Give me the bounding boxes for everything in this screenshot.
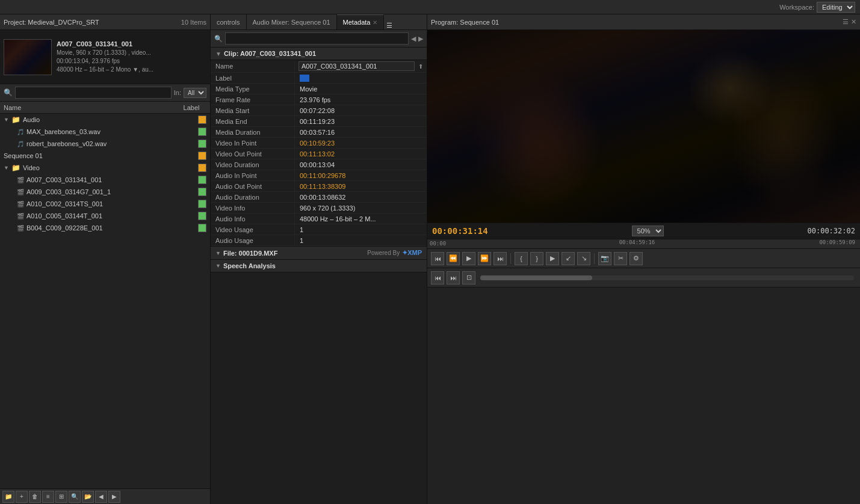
video-preview — [427, 30, 860, 223]
new-item-button[interactable]: + — [16, 491, 28, 503]
tree-label: A009_C003_0314G7_001_1 — [26, 188, 198, 195]
zoom-select[interactable]: 50% — [632, 226, 664, 236]
meta-val-video-in: 00:10:59:23 — [295, 138, 427, 148]
ruler-mid: 00:04:59:16 — [619, 239, 655, 245]
tree-item-audio-folder[interactable]: ▼ 📁 Audio — [0, 114, 210, 126]
meta-row-video-usage: Video Usage 1 — [211, 224, 427, 235]
btn-step-back[interactable]: ⏪ — [447, 252, 460, 265]
file-icon: 🎬 — [17, 201, 24, 207]
btn-to-in[interactable]: ⏮ — [431, 252, 444, 265]
tab-close-icon[interactable]: ✕ — [373, 19, 377, 26]
btn-step-fwd[interactable]: ⏩ — [478, 252, 491, 265]
tree-item-b004[interactable]: 🎬 B004_C009_09228E_001 — [0, 222, 210, 234]
meta-val-media-end: 00:11:19:23 — [295, 117, 427, 126]
meta-row-video-duration: Video Duration 00:00:13:04 — [211, 159, 427, 170]
btn-insert[interactable]: ↙ — [561, 252, 575, 265]
nav-next-icon[interactable]: ▶ — [418, 35, 423, 43]
meta-key-video-in: Video In Point — [211, 138, 295, 148]
search-button[interactable]: 🔍 — [69, 491, 81, 503]
meta-val-audio-out: 00:11:13:38309 — [295, 182, 427, 191]
playback-progress-bar[interactable] — [480, 275, 854, 280]
tree-label: MAX_barebones_03.wav — [26, 128, 198, 135]
delete-button[interactable]: 🗑 — [29, 491, 41, 503]
program-monitor-panel: Program: Sequence 01 ☰ ✕ 00:00:31:14 50%… — [427, 14, 860, 504]
list-view-button[interactable]: ≡ — [42, 491, 54, 503]
clip-section-header[interactable]: ▼ Clip: A007_C003_031341_001 — [211, 48, 427, 60]
meta-key-video-duration: Video Duration — [211, 160, 295, 170]
tab-audio-mixer[interactable]: Audio Mixer: Sequence 01 — [247, 14, 337, 29]
folder-button[interactable]: 📂 — [82, 491, 94, 503]
btn-back-5[interactable]: ⏮ — [431, 271, 444, 284]
metadata-search-input[interactable] — [225, 32, 409, 45]
label-color-swatch[interactable] — [300, 75, 309, 82]
meta-val-name[interactable] — [299, 61, 415, 71]
btn-safe-margins[interactable]: ⊡ — [462, 271, 475, 284]
btn-to-out[interactable]: ⏭ — [493, 252, 507, 265]
new-bin-button[interactable]: 📁 — [2, 491, 14, 503]
prev-button[interactable]: ◀ — [95, 491, 107, 503]
next-button[interactable]: ▶ — [108, 491, 120, 503]
btn-trim[interactable]: ✂ — [614, 252, 627, 265]
meta-row-audio-info: Audio Info 48000 Hz – 16-bit – 2 M... — [211, 214, 427, 224]
tree-item-sequence01[interactable]: Sequence 01 — [0, 150, 210, 162]
project-search-input[interactable] — [15, 87, 172, 99]
file-section-label: File: 0001D9.MXF — [223, 250, 277, 257]
program-menu-icon[interactable]: ☰ — [843, 18, 849, 26]
file-section: ▼ File: 0001D9.MXF Powered By ✦XMP — [211, 246, 427, 260]
color-swatch — [198, 128, 206, 136]
scene-detail-1 — [492, 88, 601, 203]
meta-row-media-end: Media End 00:11:19:23 — [211, 116, 427, 127]
metadata-content: ▼ Clip: A007_C003_031341_001 Name ⬆ Labe… — [211, 48, 427, 504]
tab-metadata[interactable]: Metadata ✕ — [337, 14, 385, 29]
btn-mark-out[interactable]: } — [530, 252, 543, 265]
workspace-select[interactable]: Editing — [817, 2, 855, 13]
btn-overwrite[interactable]: ↘ — [577, 252, 590, 265]
meta-key-media-duration: Media Duration — [211, 128, 295, 137]
btn-play-pause[interactable]: ▶ — [462, 252, 475, 265]
tree-label: robert_barebones_v02.wav — [26, 140, 198, 147]
tree-item-a009[interactable]: 🎬 A009_C003_0314G7_001_1 — [0, 186, 210, 198]
btn-fwd-5[interactable]: ⏭ — [447, 271, 460, 284]
btn-add-marker[interactable]: ▶ — [546, 252, 559, 265]
meta-row-label: Label — [211, 73, 427, 84]
tree-item-video-folder[interactable]: ▼ 📁 Video — [0, 162, 210, 174]
tree-item-max-wav[interactable]: 🎵 MAX_barebones_03.wav — [0, 126, 210, 138]
meta-row-audio-in: Audio In Point 00:11:00:29678 — [211, 170, 427, 181]
meta-row-frame-rate: Frame Rate 23.976 fps — [211, 94, 427, 105]
meta-val-video-info: 960 x 720 (1.3333) — [295, 203, 427, 213]
clip-name: A007_C003_031341_001 — [57, 40, 206, 48]
btn-settings[interactable]: ⚙ — [630, 252, 643, 265]
speech-collapse-icon: ▼ — [215, 263, 221, 269]
top-bar: Workspace: Editing — [0, 0, 860, 14]
playback-ruler[interactable]: 00:00 00:04:59:16 00:09:59:09 — [427, 239, 860, 249]
btn-mark-in[interactable]: { — [515, 252, 528, 265]
meta-row-audio-usage: Audio Usage 1 — [211, 235, 427, 246]
tree-item-robert-wav[interactable]: 🎵 robert_barebones_v02.wav — [0, 138, 210, 150]
meta-scroll-icon: ⬆ — [418, 63, 423, 70]
tree-item-a007[interactable]: 🎬 A007_C003_031341_001 — [0, 174, 210, 186]
program-monitor-header: Program: Sequence 01 ☰ ✕ — [427, 14, 860, 30]
metadata-search-bar: 🔍 ◀ ▶ — [211, 30, 427, 48]
separator-2 — [594, 253, 595, 264]
meta-key-video-info: Video Info — [211, 203, 295, 213]
tree-item-a010c2[interactable]: 🎬 A010_C002_0314TS_001 — [0, 198, 210, 210]
icon-view-button[interactable]: ⊞ — [55, 491, 67, 503]
meta-key-media-start: Media Start — [211, 106, 295, 115]
btn-export-frame[interactable]: 📷 — [598, 252, 611, 265]
color-swatch — [198, 212, 206, 220]
meta-val-media-duration: 00:03:57:16 — [295, 128, 427, 137]
tree-label: Audio — [23, 116, 198, 123]
meta-key-video-out: Video Out Point — [211, 149, 295, 159]
program-close-icon[interactable]: ✕ — [851, 18, 856, 26]
tab-menu-icon[interactable]: ☰ — [386, 22, 392, 29]
color-swatch — [198, 188, 206, 196]
tab-controls[interactable]: controls — [211, 14, 247, 29]
file-icon: 🎵 — [17, 141, 24, 147]
meta-key-frame-rate: Frame Rate — [211, 95, 295, 105]
tree-item-a010c5[interactable]: 🎬 A010_C005_03144T_001 — [0, 210, 210, 222]
nav-prev-icon[interactable]: ◀ — [411, 35, 416, 43]
in-select[interactable]: All — [184, 88, 206, 98]
meta-val-audio-usage: 1 — [295, 236, 427, 245]
color-swatch — [198, 164, 206, 172]
meta-key-name: Name — [211, 61, 295, 71]
